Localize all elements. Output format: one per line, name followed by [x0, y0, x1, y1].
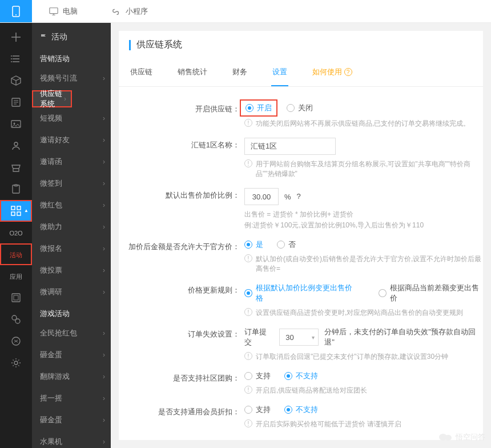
- radio-enable-off[interactable]: 关闭: [287, 103, 313, 113]
- label: 加价后金额是否允许大于官方价：: [119, 239, 244, 252]
- sidebar-item[interactable]: 微助力›: [32, 216, 111, 238]
- svg-point-19: [15, 319, 20, 323]
- top-tab-pc[interactable]: 电脑: [32, 0, 95, 22]
- radio-rule-a[interactable]: 根据默认加价比例变更出售价格: [244, 283, 356, 303]
- info-icon: !: [244, 352, 252, 360]
- radio-dot-icon: [244, 372, 252, 380]
- sidebar-item[interactable]: 微报名›: [32, 238, 111, 259]
- settings-form: 开启供应链： 开启 关闭 !功能关闭后网站将不再展示供应链商品,已支付的订单交易…: [119, 87, 483, 440]
- radio-discount-yes[interactable]: 支持: [244, 405, 271, 415]
- rail-item[interactable]: [0, 157, 32, 178]
- sidebar-item[interactable]: 微签到›: [32, 173, 111, 194]
- rail-item-grid[interactable]: ▲: [0, 200, 32, 222]
- label: 订单失效设置：: [119, 327, 244, 339]
- chevron-right-icon: ›: [103, 288, 105, 296]
- rail-item[interactable]: [0, 70, 32, 91]
- sidebar-item-supply-chain[interactable]: 供应链系统›: [32, 90, 72, 107]
- chevron-right-icon: ›: [103, 114, 105, 122]
- chevron-right-icon: ›: [103, 266, 105, 274]
- help-text: !默认加价(或自动变价)后销售价是否允许大于官方价,设置不允许时加价后最高售价=: [244, 254, 483, 274]
- label: 开启供应链：: [119, 102, 244, 114]
- sidebar-item[interactable]: 砸金蛋›: [32, 409, 111, 431]
- tab-stats[interactable]: 销售统计: [176, 59, 208, 86]
- svg-rect-17: [14, 295, 18, 300]
- tab-settings[interactable]: 设置: [271, 59, 288, 86]
- radio-allow-no[interactable]: 否: [277, 239, 296, 250]
- info-icon: !: [244, 254, 252, 262]
- label: 汇链1区名称：: [119, 138, 244, 150]
- top-tabs: 电脑 小程序: [0, 0, 491, 23]
- rail-item[interactable]: [0, 48, 32, 70]
- top-tab-mini-label: 小程序: [126, 6, 148, 17]
- radio-enable-on[interactable]: 开启: [246, 103, 272, 113]
- accent-bar: [129, 40, 131, 50]
- label: 是否支持通用会员折扣：: [119, 405, 244, 417]
- rail-item[interactable]: [0, 309, 32, 330]
- help-text: !功能关闭后网站将不再展示供应链商品,已支付的订单交易将继续完成。: [244, 119, 483, 129]
- rail-item[interactable]: [0, 287, 32, 309]
- sidebar-item[interactable]: 摇一摇›: [32, 387, 111, 409]
- rail-item-activity[interactable]: 活动: [0, 243, 32, 265]
- tab-supply[interactable]: 供应链: [129, 59, 154, 86]
- svg-rect-13: [17, 206, 21, 210]
- info-icon: !: [244, 159, 252, 167]
- sidebar-item[interactable]: 邀请好友›: [32, 129, 111, 151]
- timeout-select[interactable]: 30▾: [279, 329, 319, 346]
- radio-dot-icon: [277, 241, 285, 249]
- radio-allow-yes[interactable]: 是: [244, 239, 263, 250]
- chevron-right-icon: ›: [103, 394, 105, 402]
- sidebar-item[interactable]: 微红包›: [32, 194, 111, 216]
- chevron-right-icon: ›: [103, 158, 105, 166]
- rail-item[interactable]: [0, 178, 32, 200]
- rail-item[interactable]: [0, 113, 32, 135]
- radio-group-no[interactable]: 不支持: [284, 371, 318, 381]
- monitor-icon: [49, 7, 58, 16]
- watermark: 悟空问答: [438, 432, 485, 442]
- chevron-right-icon: ›: [103, 136, 105, 144]
- rail-item-app[interactable]: 应用: [0, 265, 32, 287]
- radio-dot-icon: [244, 289, 252, 297]
- sidebar-item[interactable]: 短视频›: [32, 107, 111, 129]
- sidebar-item[interactable]: 视频号引流›: [32, 67, 111, 89]
- radio-dot-icon: [244, 406, 252, 414]
- tab-help[interactable]: 如何使用 ?: [311, 59, 353, 86]
- sidebar-item[interactable]: 微调研›: [32, 281, 111, 303]
- markup-input[interactable]: [244, 188, 279, 205]
- rail-item[interactable]: [0, 91, 32, 113]
- radio-dot-icon: [287, 104, 295, 112]
- top-tab-mobile[interactable]: [0, 0, 32, 22]
- chevron-down-icon: ▾: [312, 334, 315, 341]
- help-text: 出售价 = 进货价 * 加价比例+ 进货价 例:进货价￥100元,设置加价比例1…: [244, 210, 483, 230]
- rail-item[interactable]: [0, 330, 32, 352]
- question-icon[interactable]: ?: [297, 192, 306, 201]
- sidebar-item[interactable]: 邀请函›: [32, 151, 111, 173]
- sidebar-item[interactable]: 水果机›: [32, 431, 111, 448]
- main-content: 供应链系统 供应链 销售统计 财务 设置 如何使用 ? 开启供应链： 开启 关闭: [111, 23, 491, 448]
- chevron-right-icon: ›: [103, 351, 105, 359]
- rail-item[interactable]: [0, 26, 32, 48]
- info-icon: !: [244, 386, 252, 394]
- sidebar-item[interactable]: 全民抢红包›: [32, 322, 111, 344]
- page-title: 供应链系统: [136, 39, 182, 51]
- sidebar-item[interactable]: 砸金蛋›: [32, 344, 111, 366]
- rail-item-o2o[interactable]: O2O: [0, 222, 32, 243]
- label: 价格更新规则：: [119, 283, 244, 295]
- page-header: 供应链系统: [119, 31, 483, 59]
- text: 分钟后，未支付的订单自动失效"预存款自动回退": [324, 327, 483, 347]
- chevron-right-icon: ›: [103, 179, 105, 187]
- radio-group-yes[interactable]: 支持: [244, 371, 271, 381]
- radio-rule-b[interactable]: 根据商品当前差额变更出售价: [379, 283, 483, 303]
- sidebar-item[interactable]: 微投票›: [32, 259, 111, 281]
- rail-item-settings[interactable]: [0, 352, 32, 374]
- zone-name-input[interactable]: [244, 138, 336, 155]
- label: 默认出售价加价比例：: [119, 188, 244, 201]
- sidebar-item[interactable]: 翻牌游戏›: [32, 366, 111, 387]
- svg-rect-16: [12, 294, 20, 302]
- radio-discount-no[interactable]: 不支持: [284, 405, 318, 415]
- rail-item[interactable]: [0, 135, 32, 157]
- radio-dot-icon: [379, 289, 387, 297]
- label: 是否支持社区团购：: [119, 371, 244, 383]
- chevron-right-icon: ›: [64, 95, 66, 103]
- top-tab-mini[interactable]: 小程序: [95, 0, 165, 22]
- tab-finance[interactable]: 财务: [231, 59, 248, 86]
